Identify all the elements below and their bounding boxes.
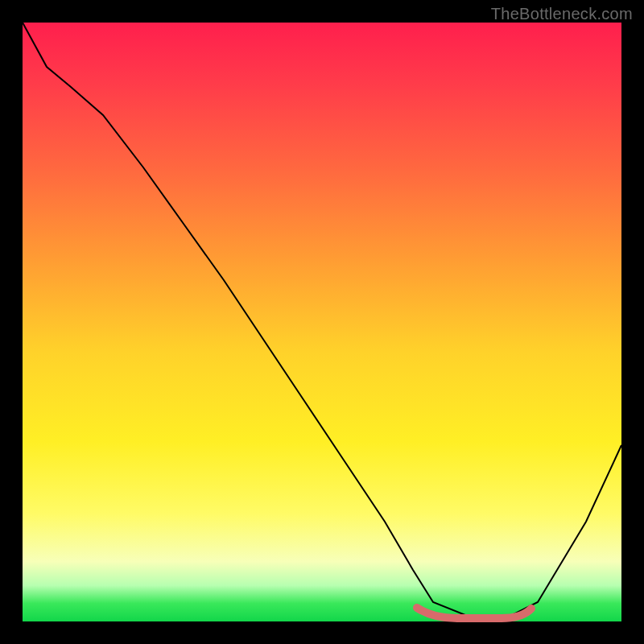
chart-plot-area	[23, 23, 621, 621]
chart-stage: TheBottleneck.com	[0, 0, 644, 644]
watermark-text: TheBottleneck.com	[491, 5, 633, 23]
bottleneck-curve	[23, 23, 621, 618]
valley-highlight	[417, 608, 531, 618]
chart-svg	[23, 23, 621, 621]
